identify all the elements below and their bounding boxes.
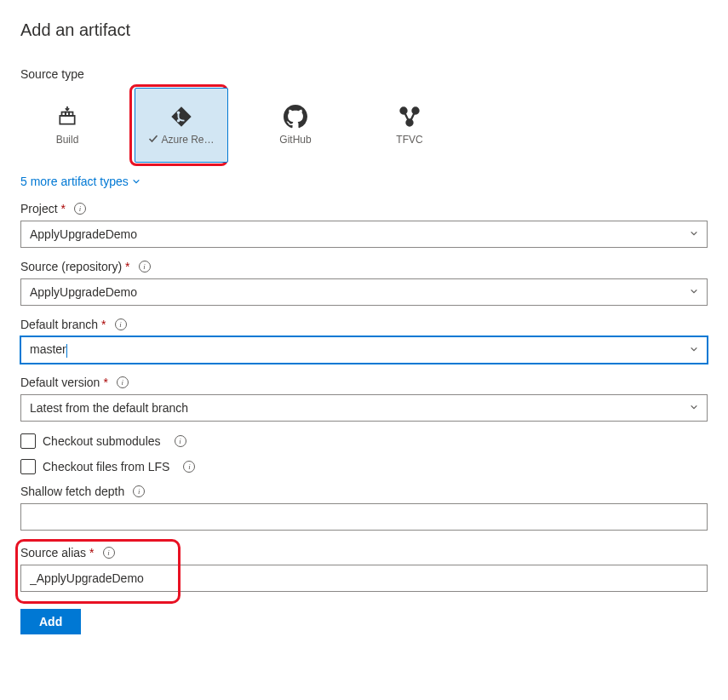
info-icon[interactable]: i [139,261,151,273]
project-value: ApplyUpgradeDemo [30,227,137,241]
shallow-depth-label: Shallow fetch depth [20,485,124,498]
page-title: Add an artifact [20,20,708,40]
check-icon [148,134,158,146]
info-icon[interactable]: i [74,203,86,215]
checkout-lfs-checkbox[interactable] [20,459,36,474]
source-tile-build-label: Build [56,134,79,146]
checkout-lfs-label: Checkout files from LFS [43,460,169,473]
svg-rect-1 [60,116,74,124]
info-icon[interactable]: i [115,318,127,330]
chevron-down-icon [690,345,698,355]
info-icon[interactable]: i [133,485,145,497]
source-tile-azure-label: Azure Re… [161,134,214,146]
project-label: Project [20,202,58,215]
source-tile-github[interactable]: GitHub [249,88,342,163]
source-type-label: Source type [20,67,708,81]
default-branch-value: master [30,342,66,356]
default-branch-label: Default branch [20,318,98,331]
github-icon [284,105,307,129]
source-tile-build[interactable]: Build [20,88,114,163]
info-icon[interactable]: i [183,461,195,473]
project-dropdown[interactable]: ApplyUpgradeDemo [20,221,708,248]
source-alias-label: Source alias [20,546,86,559]
required-indicator: * [103,376,107,389]
source-tile-tfvc-label: TFVC [396,134,422,146]
source-alias-input[interactable] [20,565,708,592]
checkout-submodules-checkbox[interactable] [20,433,36,449]
required-indicator: * [89,546,94,559]
info-icon[interactable]: i [175,435,186,447]
chevron-down-icon [132,177,140,187]
source-tile-github-label: GitHub [279,134,311,146]
default-branch-dropdown[interactable]: master [20,336,708,364]
shallow-depth-input[interactable] [20,503,708,531]
chevron-down-icon [690,287,698,297]
source-tile-tfvc[interactable]: TFVC [363,88,456,163]
svg-rect-4 [69,112,72,116]
info-icon[interactable]: i [117,376,129,388]
default-version-dropdown[interactable]: Latest from the default branch [20,394,708,422]
build-icon [55,105,79,129]
azure-repos-icon [169,105,193,129]
add-button[interactable]: Add [20,609,81,634]
default-version-value: Latest from the default branch [30,401,188,415]
source-tile-azure-repos[interactable]: Azure Re… [135,88,228,163]
info-icon[interactable]: i [103,547,115,559]
checkout-submodules-label: Checkout submodules [43,434,161,448]
chevron-down-icon [690,229,698,239]
required-indicator: * [101,318,106,331]
required-indicator: * [61,202,66,215]
tfvc-icon [398,105,421,129]
source-repo-label: Source (repository) [20,260,122,273]
source-repo-value: ApplyUpgradeDemo [30,285,137,299]
more-artifact-types-link[interactable]: 5 more artifact types [20,175,140,188]
source-repo-dropdown[interactable]: ApplyUpgradeDemo [20,278,708,306]
default-version-label: Default version [20,376,100,389]
required-indicator: * [125,260,129,273]
text-caret [66,344,67,358]
more-artifact-types-label: 5 more artifact types [20,175,129,188]
chevron-down-icon [690,403,698,413]
